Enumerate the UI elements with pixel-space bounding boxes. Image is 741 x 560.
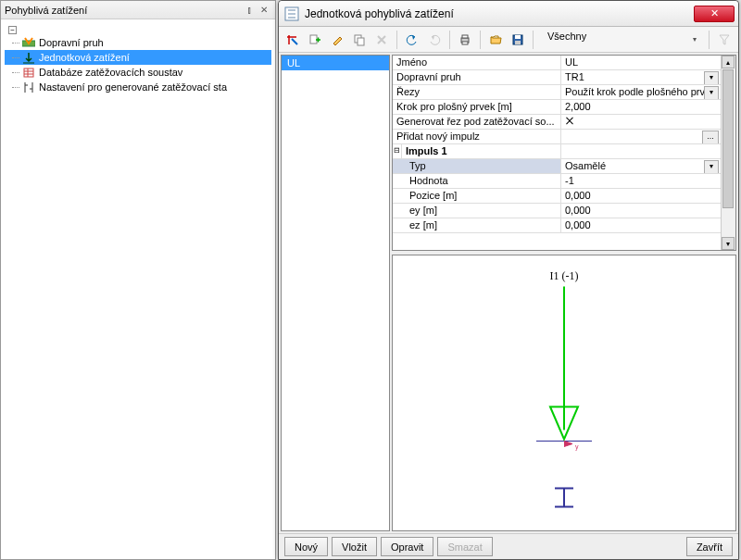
property-label: Krok pro plošný prvek [m]	[393, 100, 561, 114]
tree-item-label: Jednotková zatížení	[39, 52, 130, 63]
content-area: UL JménoULDopravní pruhTR1ŘezyPoužít kro…	[279, 53, 738, 533]
svg-rect-14	[515, 35, 521, 39]
separator	[533, 31, 534, 49]
dialog-titlebar[interactable]: Jednotková pohyblivá zatížení ✕	[279, 1, 738, 27]
property-row[interactable]: Generovat řez pod zatěžovací so...	[393, 115, 721, 130]
close-button[interactable]: ✕	[694, 6, 735, 22]
detail-pane: JménoULDopravní pruhTR1ŘezyPoužít krok p…	[392, 55, 736, 531]
property-row[interactable]: ey [m]0,000	[393, 204, 721, 218]
axis-y-label: y	[575, 443, 579, 451]
close-icon[interactable]: ✕	[257, 4, 271, 17]
property-label: Impuls 1	[402, 144, 561, 158]
tree-root[interactable]: −	[5, 25, 271, 35]
property-label: ez [m]	[393, 218, 561, 232]
property-value[interactable]: 0,000	[561, 204, 721, 218]
property-value[interactable]: Použít krok podle plošného prvk	[561, 85, 721, 99]
property-label: Generovat řez pod zatěžovací so...	[393, 115, 561, 129]
app-icon	[284, 6, 299, 21]
svg-rect-15	[515, 41, 521, 44]
svg-rect-12	[462, 42, 468, 44]
axis-y-icon	[564, 442, 572, 447]
property-row[interactable]: TypOsamělé	[393, 159, 721, 174]
tb-edit-icon[interactable]	[327, 30, 347, 50]
property-grid: JménoULDopravní pruhTR1ŘezyPoužít krok p…	[392, 55, 736, 251]
scroll-thumb[interactable]	[722, 69, 734, 208]
scrollbar[interactable]: ▴ ▾	[721, 56, 735, 250]
preview-svg: I1 (-1) y	[393, 255, 735, 530]
toolbar: Všechny ▾	[279, 27, 738, 53]
side-panel: Pohyblivá zatížení ⫿ ✕ − Dopravní pruh J…	[0, 0, 276, 560]
delete-button[interactable]: Smazat	[437, 537, 492, 556]
tb-save-icon[interactable]	[508, 30, 528, 50]
scroll-down-icon[interactable]: ▾	[722, 237, 735, 250]
tree-expander[interactable]: −	[8, 26, 17, 34]
property-value[interactable]: TR1	[561, 70, 721, 84]
property-label: Typ	[393, 159, 561, 173]
property-row[interactable]: Dopravní pruhTR1	[393, 70, 721, 85]
preview-label: I1 (-1)	[550, 269, 579, 282]
tb-print-icon[interactable]	[455, 30, 475, 50]
tree-item-label: Databáze zatěžovacích soustav	[39, 67, 182, 78]
tree-item-lane[interactable]: Dopravní pruh	[5, 35, 271, 50]
property-row[interactable]: JménoUL	[393, 56, 721, 70]
property-label: ey [m]	[393, 204, 561, 218]
tb-add-icon[interactable]	[305, 30, 325, 50]
item-list[interactable]: UL	[281, 55, 390, 531]
insert-button[interactable]: Vložit	[332, 537, 377, 556]
filter-select[interactable]: Všechny	[544, 31, 691, 49]
property-value[interactable]: 0,000	[561, 218, 721, 232]
tb-delete-icon[interactable]	[371, 30, 392, 50]
svg-rect-11	[462, 35, 468, 38]
pin-icon[interactable]: ⫿	[242, 4, 257, 17]
property-row[interactable]: Hodnota-1	[393, 174, 721, 189]
new-button[interactable]: Nový	[284, 537, 328, 556]
property-label: Jméno	[393, 56, 561, 69]
checkbox-checked-icon[interactable]	[565, 116, 574, 125]
close-dialog-button[interactable]: Zavřít	[686, 537, 733, 556]
separator	[709, 31, 710, 49]
property-rows: JménoULDopravní pruhTR1ŘezyPoužít krok p…	[393, 56, 721, 250]
property-value	[561, 144, 721, 158]
list-item[interactable]: UL	[282, 56, 389, 70]
side-panel-titlebar: Pohyblivá zatížení ⫿ ✕	[1, 1, 275, 19]
property-row[interactable]: ez [m]0,000	[393, 218, 721, 233]
property-label: Pozice [m]	[393, 189, 561, 203]
tree-item-settings[interactable]: Nastavení pro generované zatěžovací sta	[5, 80, 271, 94]
svg-rect-7	[310, 35, 317, 44]
property-label: Přidat nový impulz	[393, 130, 561, 143]
edit-button[interactable]: Opravit	[381, 537, 433, 556]
separator	[396, 31, 397, 49]
lane-icon	[21, 36, 35, 49]
tb-new-icon[interactable]	[283, 30, 303, 50]
property-row[interactable]: ⊟Impuls 1	[393, 144, 721, 159]
tb-filter-icon[interactable]	[714, 30, 735, 50]
tree-item-unit-loads[interactable]: Jednotková zatížení	[5, 50, 271, 65]
property-row[interactable]: Krok pro plošný prvek [m]2,000	[393, 100, 721, 115]
property-value[interactable]: Osamělé	[561, 159, 721, 173]
tree-item-label: Nastavení pro generované zatěžovací sta	[39, 81, 227, 93]
row-expander[interactable]: ⊟	[393, 144, 402, 158]
property-row[interactable]: ŘezyPoužít krok podle plošného prvk	[393, 85, 721, 100]
load-icon	[21, 51, 35, 64]
tree-item-db[interactable]: Databáze zatěžovacích soustav	[5, 65, 271, 80]
scroll-up-icon[interactable]: ▴	[722, 56, 735, 68]
tree-item-label: Dopravní pruh	[39, 37, 104, 48]
tb-redo-icon[interactable]	[424, 30, 445, 50]
tb-undo-icon[interactable]	[402, 30, 422, 50]
dialog-footer: Nový Vložit Opravit Smazat Zavřít	[279, 533, 738, 559]
svg-rect-2	[24, 68, 33, 77]
property-value[interactable]: 2,000	[561, 100, 721, 114]
property-value[interactable]: UL	[561, 56, 721, 69]
dropdown-icon[interactable]: ▾	[693, 35, 704, 44]
preview-pane: I1 (-1) y	[392, 255, 736, 531]
property-value[interactable]	[561, 115, 721, 129]
property-value[interactable]: -1	[561, 174, 721, 188]
property-row[interactable]: Pozice [m]0,000	[393, 189, 721, 204]
tree: − Dopravní pruh Jednotková zatížení Data…	[1, 19, 275, 100]
property-value[interactable]	[561, 130, 721, 143]
property-row[interactable]: Přidat nový impulz	[393, 130, 721, 144]
svg-rect-9	[358, 38, 364, 45]
property-value[interactable]: 0,000	[561, 189, 721, 203]
tb-copy-icon[interactable]	[349, 30, 370, 50]
tb-open-icon[interactable]	[485, 30, 506, 50]
